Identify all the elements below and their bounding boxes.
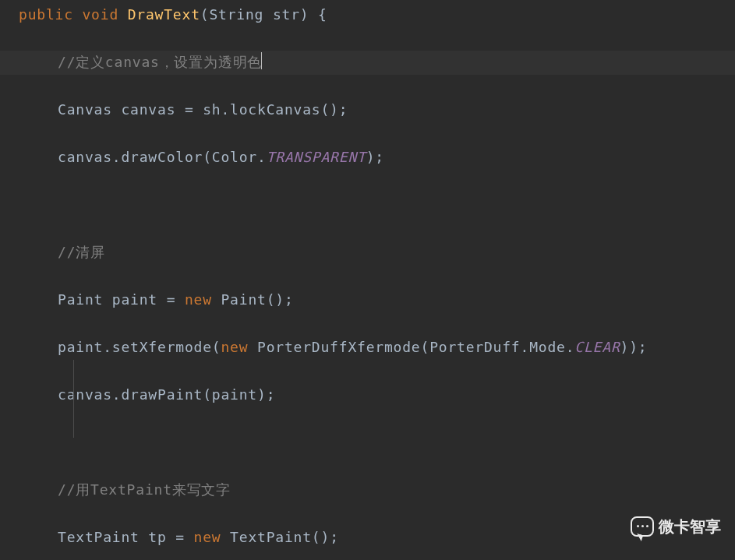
code-line: canvas.drawColor(Color.TRANSPARENT); [0, 146, 735, 170]
blank-line [0, 193, 735, 217]
indent-guide [73, 360, 74, 438]
keyword-new: new [194, 529, 221, 545]
code-line: TextPaint tp = new TextPaint(); [0, 526, 735, 550]
blank-line [0, 431, 735, 455]
watermark-text: 微卡智享 [659, 515, 721, 539]
code-line: Paint paint = new Paint(); [0, 288, 735, 312]
constant: TRANSPARENT [267, 149, 366, 165]
comment: //定义canvas，设置为透明色 [58, 54, 262, 70]
comment: //用TextPaint来写文字 [58, 481, 231, 498]
code-line-current: //定义canvas，设置为透明色 [0, 51, 735, 75]
text-cursor [261, 52, 262, 69]
comment: //清屏 [58, 244, 105, 260]
code-editor[interactable]: public void DrawText(String str) { //定义c… [0, 0, 735, 560]
keyword-new: new [185, 291, 212, 308]
constant: CLEAR [574, 339, 620, 355]
code-line: //清屏 [0, 241, 735, 265]
keyword-new: new [221, 339, 248, 355]
code-line: paint.setXfermode(new PorterDuffXfermode… [0, 336, 735, 360]
code-line: canvas.drawPaint(paint); [0, 383, 735, 407]
wechat-icon [631, 516, 654, 537]
code-line: //用TextPaint来写文字 [0, 478, 735, 502]
keyword-public: public [19, 6, 73, 23]
keyword-void: void [82, 6, 118, 23]
code-line: Canvas canvas = sh.lockCanvas(); [0, 98, 735, 122]
code-line: public void DrawText(String str) { [0, 3, 735, 27]
method-name: DrawText [128, 6, 200, 23]
watermark: 微卡智享 [631, 515, 721, 539]
